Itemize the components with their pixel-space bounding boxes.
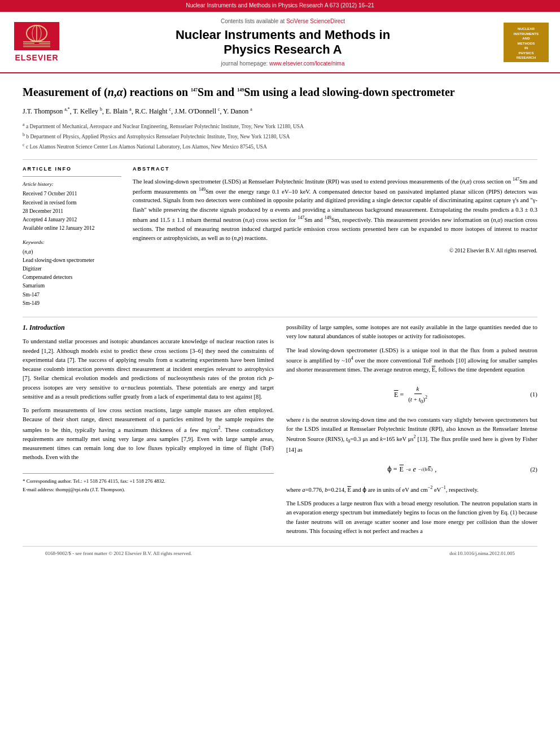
journal-homepage: journal homepage: www.elsevier.com/locat… [62, 60, 504, 68]
abstract-label: ABSTRACT [133, 165, 537, 173]
section1-title: 1. Introduction [23, 323, 274, 333]
journal-logo-right: NUCLEAR INSTRUMENTS AND METHODS IN PHYSI… [504, 23, 549, 62]
equation-2: ϕ = E−ae−√(b/E), (2) [286, 460, 537, 479]
keyword-1: (n,α) [23, 248, 121, 256]
received-revised-date: 28 December 2011 [23, 207, 121, 216]
svg-rect-7 [23, 45, 50, 45]
elsevier-logo-image [14, 22, 59, 50]
body-divider [23, 317, 537, 317]
journal-center: Contents lists available at SciVerse Sci… [62, 18, 504, 68]
keyword-7: Sm-149 [23, 299, 121, 308]
keyword-3: Digitizer [23, 265, 121, 273]
article-info-label: ARTICLE INFO [23, 165, 121, 173]
article-info: ARTICLE INFO Article history: Received 7… [23, 165, 121, 308]
intro-paragraph-1: To understand stellar processes and isot… [23, 337, 274, 401]
affiliations: a a Department of Mechanical, Aerospace … [23, 121, 537, 151]
svg-rect-8 [23, 46, 50, 47]
keywords-label: Keywords: [23, 238, 121, 246]
keywords-section: Keywords: (n,α) Lead slowing-down spectr… [23, 238, 121, 308]
contents-text: Contents lists available at [221, 18, 285, 24]
keyword-2: Lead slowing-down spectrometer [23, 256, 121, 265]
footnote-star: * Corresponding author. Tel.: +1 518 276… [23, 477, 274, 485]
svg-text:PHYSICS: PHYSICS [518, 51, 533, 55]
paper-container: Measurement of (n,α) reactions on 147Sm … [0, 73, 560, 572]
received-revised-label: Received in revised form [23, 199, 121, 207]
eq2-number: (2) [530, 465, 537, 474]
journal-title: Nuclear Instruments and Methods in Physi… [62, 28, 504, 58]
equation-2-block: ϕ = E−ae−√(b/E), [387, 465, 436, 474]
doi-text: doi:10.1016/j.nima.2012.01.005 [449, 550, 515, 557]
elsevier-wordmark: ELSEVIER [15, 52, 58, 63]
available-date: Available online 12 January 2012 [23, 224, 121, 233]
svg-rect-5 [23, 43, 34, 43]
article-abstract-section: ARTICLE INFO Article history: Received 7… [23, 165, 537, 308]
svg-text:METHODS: METHODS [518, 41, 535, 45]
where-text-2: where a=0.776, b=0.214, E and ϕ are in u… [286, 484, 537, 495]
right-paragraph-2: The lead slowing-down spectrometer (LSDS… [286, 346, 537, 374]
abstract-section: ABSTRACT The lead slowing-down spectrome… [133, 165, 537, 308]
svg-text:INSTRUMENTS: INSTRUMENTS [514, 32, 539, 36]
footnote-section: * Corresponding author. Tel.: +1 518 276… [23, 473, 274, 493]
received-date: Received 7 October 2011 [23, 190, 121, 198]
footnote-email: E-mail address: thompj@rpi.edu (J.T. Tho… [23, 486, 274, 493]
sciverse-link[interactable]: SciVerse ScienceDirect [286, 18, 345, 24]
right-paragraph-1: possibility of large samples, some isoto… [286, 323, 537, 342]
issn-text: 0168-9002/$ - see front matter © 2012 El… [45, 550, 192, 557]
svg-rect-6 [39, 43, 50, 43]
authors-line: J.T. Thompson a,*, T. Kelley b, E. Blain… [23, 106, 537, 116]
journal-header: ELSEVIER Contents lists available at Sci… [0, 12, 560, 74]
bottom-bar: 0168-9002/$ - see front matter © 2012 El… [23, 546, 537, 561]
abstract-text: The lead slowing-down spectrometer (LSDS… [133, 176, 537, 243]
svg-rect-4 [23, 41, 50, 42]
accepted-date: Accepted 4 January 2012 [23, 216, 121, 224]
top-bar-text: Nuclear Instruments and Methods in Physi… [186, 2, 374, 8]
right-paragraph-3: The LSDS produces a large neutron flux w… [286, 499, 537, 536]
body-right: possibility of large samples, some isoto… [286, 323, 537, 540]
contents-availability: Contents lists available at SciVerse Sci… [62, 18, 504, 26]
keyword-4: Compensated detectors [23, 273, 121, 282]
where-text-1: where t is the neutron slowing-down time… [286, 416, 537, 455]
elsevier-logo: ELSEVIER [11, 22, 62, 63]
svg-text:AND: AND [522, 37, 530, 41]
paper-title: Measurement of (n,α) reactions on 147Sm … [23, 85, 537, 99]
body-section: 1. Introduction To understand stellar pr… [23, 323, 537, 540]
article-history-label: Article history: [23, 180, 121, 188]
homepage-link[interactable]: www.elsevier.com/locate/nima [269, 60, 344, 67]
keyword-5: Samarium [23, 282, 121, 290]
section-divider [23, 159, 537, 160]
body-left: 1. Introduction To understand stellar pr… [23, 323, 274, 540]
eq1-fraction: k (t + t0)2 [406, 385, 430, 405]
equation-1-block: E = k (t + t0)2 [394, 385, 430, 405]
svg-text:NUCLEAR: NUCLEAR [518, 27, 535, 31]
equation-1: E = k (t + t0)2 (1) [286, 380, 537, 410]
keyword-6: Sm-147 [23, 291, 121, 299]
intro-paragraph-2: To perform measurements of low cross sec… [23, 406, 274, 462]
copyright: © 2012 Elsevier B.V. All rights reserved… [133, 247, 537, 255]
article-info-box: Article history: Received 7 October 2011… [23, 176, 121, 308]
svg-text:IN: IN [524, 46, 528, 50]
eq1-number: (1) [530, 390, 537, 399]
svg-text:RESEARCH: RESEARCH [517, 56, 536, 60]
top-bar: Nuclear Instruments and Methods in Physi… [0, 0, 560, 12]
